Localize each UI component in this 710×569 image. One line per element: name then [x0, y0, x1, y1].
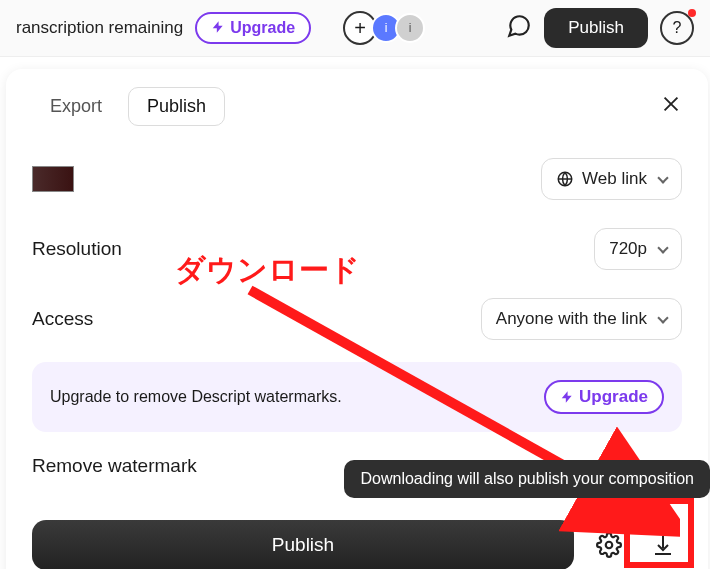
chat-icon	[506, 13, 532, 39]
plus-icon: +	[354, 17, 366, 40]
download-tooltip: Downloading will also publish your compo…	[344, 460, 710, 498]
close-button[interactable]	[660, 93, 682, 119]
upgrade-button[interactable]: Upgrade	[195, 12, 311, 44]
settings-button[interactable]	[590, 526, 628, 564]
close-icon	[660, 93, 682, 115]
help-button[interactable]: ?	[660, 11, 694, 45]
panel-footer: Publish	[32, 520, 682, 569]
upgrade-button-label: Upgrade	[230, 19, 295, 37]
upgrade-banner-label: Upgrade	[579, 387, 648, 407]
comments-button[interactable]	[506, 13, 532, 43]
chevron-down-icon	[657, 172, 668, 183]
transcription-remaining-text: ranscription remaining	[16, 18, 183, 38]
notification-dot	[688, 9, 696, 17]
upgrade-banner-text: Upgrade to remove Descript watermarks.	[50, 388, 342, 406]
bolt-icon	[211, 20, 225, 37]
top-bar: ranscription remaining Upgrade + i i Pub…	[0, 0, 710, 57]
annotation-highlight-box	[624, 498, 694, 568]
avatar: i	[395, 13, 425, 43]
annotation-label: ダウンロード	[175, 250, 360, 291]
gear-icon	[596, 532, 622, 558]
access-label: Access	[32, 308, 93, 330]
resolution-label: Resolution	[32, 238, 122, 260]
access-select[interactable]: Anyone with the link	[481, 298, 682, 340]
remove-watermark-label: Remove watermark	[32, 455, 197, 477]
composition-thumbnail[interactable]	[32, 166, 74, 192]
resolution-value: 720p	[609, 239, 647, 259]
collaborator-avatars[interactable]: i i	[377, 13, 425, 43]
upgrade-banner: Upgrade to remove Descript watermarks. U…	[32, 362, 682, 432]
help-icon: ?	[673, 19, 682, 37]
tab-export[interactable]: Export	[32, 88, 120, 125]
access-value: Anyone with the link	[496, 309, 647, 329]
resolution-select[interactable]: 720p	[594, 228, 682, 270]
svg-point-3	[606, 542, 613, 549]
link-type-value: Web link	[582, 169, 647, 189]
tab-publish[interactable]: Publish	[128, 87, 225, 126]
chevron-down-icon	[657, 242, 668, 253]
panel-tabs: Export Publish	[32, 87, 682, 126]
bolt-icon	[560, 390, 574, 404]
upgrade-banner-button[interactable]: Upgrade	[544, 380, 664, 414]
link-type-select[interactable]: Web link	[541, 158, 682, 200]
publish-button[interactable]: Publish	[32, 520, 574, 569]
globe-icon	[556, 170, 574, 188]
publish-button-top[interactable]: Publish	[544, 8, 648, 48]
chevron-down-icon	[657, 312, 668, 323]
